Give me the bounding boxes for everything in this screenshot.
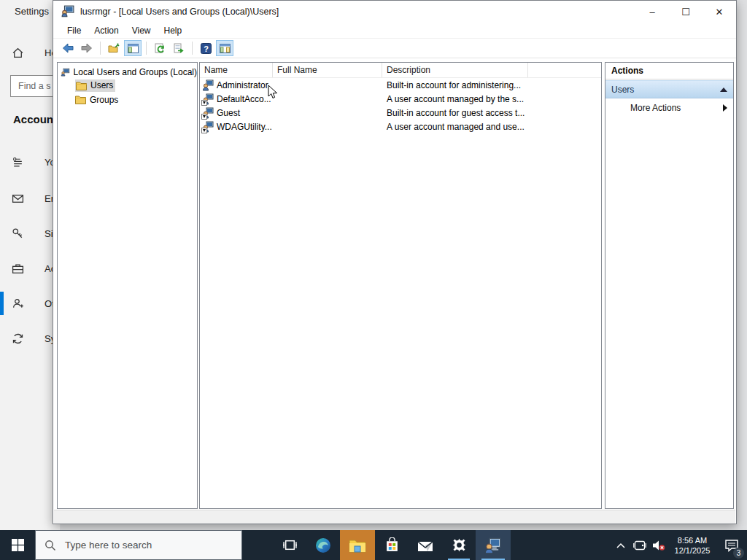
menubar: File Action View Help [53, 23, 736, 39]
connect-display-icon [633, 540, 646, 551]
export-list-button[interactable] [170, 40, 187, 56]
tree-node-groups[interactable]: Groups [58, 93, 197, 106]
forward-button[interactable] [78, 40, 96, 56]
taskbar-search-box[interactable]: Type here to search [35, 530, 242, 560]
user-disabled-icon [202, 121, 214, 133]
menu-help[interactable]: Help [158, 26, 189, 36]
menu-file[interactable]: File [61, 26, 88, 36]
column-header-name[interactable]: Name [200, 63, 273, 77]
user-description: Built-in account for administering... [382, 80, 528, 90]
column-header-full-name[interactable]: Full Name [273, 63, 382, 77]
window-bottom-strip [54, 510, 735, 524]
actions-group-users[interactable]: Users [605, 80, 733, 98]
sync-icon [12, 332, 24, 345]
column-header-description[interactable]: Description [382, 63, 528, 77]
tree-root-label: Local Users and Groups (Local) [74, 67, 197, 77]
users-list-pane: Name Full Name Description Administrator… [199, 62, 602, 509]
key-icon [12, 228, 24, 240]
refresh-button[interactable] [151, 40, 169, 56]
user-description: A user account managed by the s... [382, 94, 528, 104]
user-icon [202, 79, 214, 91]
volume-button[interactable] [649, 530, 668, 560]
user-description: Built-in account for guest access t... [382, 108, 528, 118]
user-disabled-icon [202, 93, 214, 105]
action-pane-icon [220, 44, 231, 53]
column-description-label: Description [387, 65, 430, 75]
start-button[interactable] [0, 530, 35, 560]
user-row-administrator[interactable]: Administrator Built-in account for admin… [200, 78, 601, 92]
up-folder-icon [108, 43, 120, 53]
maximize-button[interactable]: ☐ [669, 1, 703, 23]
taskbar: Type here to search [0, 530, 747, 560]
file-explorer-button[interactable] [340, 530, 375, 560]
back-icon [62, 43, 74, 53]
taskbar-search-placeholder: Type here to search [65, 540, 152, 551]
column-name-label: Name [204, 65, 228, 75]
more-actions-label: More Actions [630, 103, 681, 113]
minimize-button[interactable]: – [635, 1, 669, 23]
more-actions-item[interactable]: More Actions [605, 98, 733, 117]
file-explorer-icon [349, 538, 366, 553]
lusrmgr-window: lusrmgr - [Local Users and Groups (Local… [53, 0, 737, 524]
export-list-icon [174, 43, 185, 54]
clock-date: 12/1/2025 [668, 545, 716, 556]
console-tree-icon [128, 44, 139, 53]
tree-root-node[interactable]: Local Users and Groups (Local) [58, 65, 197, 79]
mouse-cursor [268, 85, 278, 100]
actions-pane: Actions Users More Actions [605, 62, 734, 509]
show-console-tree-button[interactable] [124, 40, 142, 56]
actions-pane-header: Actions [605, 63, 733, 79]
task-view-icon [283, 538, 297, 552]
collapse-icon[interactable] [720, 88, 727, 92]
disabled-badge [201, 128, 207, 133]
toolbar: ? [53, 39, 736, 58]
lusrmgr-taskbar-button[interactable] [476, 530, 511, 560]
minimize-icon: – [649, 7, 654, 18]
help-button[interactable]: ? [197, 40, 214, 56]
disabled-badge [201, 114, 207, 120]
settings-window: Settings Hom Find a s Accounts You Ema S… [0, 0, 60, 530]
home-icon [12, 47, 24, 59]
column-full-name-label: Full Name [277, 65, 317, 75]
settings-search-placeholder: Find a s [18, 81, 50, 91]
user-name: Administrator [217, 80, 268, 90]
search-icon [44, 540, 56, 551]
email-icon [12, 192, 24, 205]
user-row-guest[interactable]: Guest Built-in account for guest access … [200, 106, 601, 120]
taskbar-clock[interactable]: 8:56 AM 12/1/2025 [668, 535, 716, 556]
clock-time: 8:56 AM [668, 535, 716, 545]
tree-groups-label: Groups [90, 95, 118, 105]
user-row-defaultaccount[interactable]: DefaultAcco... A user account managed by… [200, 92, 601, 106]
tree-node-users[interactable]: Users [58, 79, 197, 93]
user-row-wdagutility[interactable]: WDAGUtility... A user account managed an… [200, 120, 601, 133]
settings-button[interactable] [442, 530, 476, 560]
lusrmgr-app-icon [61, 5, 74, 18]
action-center-button[interactable]: 3 [716, 530, 747, 560]
chevron-up-icon [616, 542, 625, 548]
briefcase-icon [12, 262, 24, 275]
maximize-icon: ☐ [681, 7, 690, 18]
menu-action[interactable]: Action [88, 26, 125, 36]
show-action-pane-button[interactable] [216, 40, 233, 56]
up-one-level-button[interactable] [105, 40, 123, 56]
tray-connect-button[interactable] [630, 530, 649, 560]
submenu-arrow-icon [723, 104, 727, 112]
notification-badge: 3 [733, 548, 744, 559]
folder-icon [75, 95, 86, 104]
mail-icon [417, 539, 433, 552]
user-name: WDAGUtility... [217, 122, 272, 132]
close-button[interactable]: ✕ [703, 1, 736, 23]
tray-chevron-button[interactable] [611, 530, 630, 560]
mail-button[interactable] [409, 530, 442, 560]
gear-icon [452, 537, 467, 553]
titlebar[interactable]: lusrmgr - [Local Users and Groups (Local… [53, 1, 736, 23]
store-button[interactable] [375, 530, 409, 560]
close-icon: ✕ [716, 7, 724, 18]
task-view-button[interactable] [273, 530, 306, 560]
volume-muted-icon [652, 540, 666, 551]
menu-view[interactable]: View [125, 26, 158, 36]
back-button[interactable] [59, 40, 77, 56]
edge-button[interactable] [306, 530, 340, 560]
tree-users-selection: Users [75, 79, 115, 92]
toolbar-separator [100, 42, 101, 55]
